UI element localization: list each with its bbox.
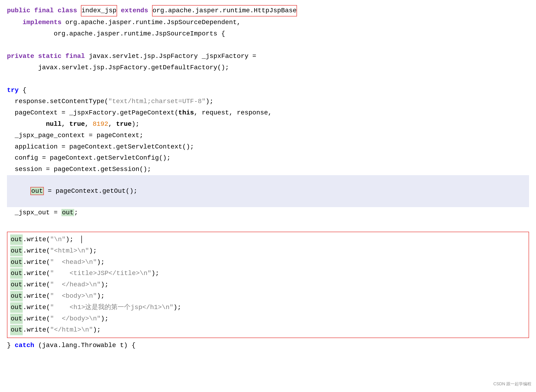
out-highlight-6: out [10,291,23,301]
class-name-index-jsp: index_jsp [81,7,116,14]
out-highlight-5: out [10,280,23,290]
extends-class-name: org.apache.jasper.runtime.HttpJspBase [153,7,297,14]
out-highlight-3: out [10,257,23,268]
out-highlight-2: out [10,246,23,256]
code-text: implements org.apache.jasper.runtime.Jsp… [7,17,241,28]
code-text: .write(" </head>\n"); [23,280,108,290]
code-text: { [19,85,26,96]
keyword-private: private static final [7,51,89,62]
code-text: _jspx_out = out; [7,208,78,218]
code-text-factory: javax.servlet.jsp.JspFactory _jspxFactor… [89,51,256,62]
write-line-8: out.write(" </body>\n"); [10,313,526,325]
code-text: .write("<html>\n"); [23,246,97,256]
out-box: out [30,187,44,195]
keyword-extends: extends [117,5,152,16]
keyword-public-final-class: public final class [7,5,81,16]
code-line-jspx: _jspx_page_context = pageContext; [7,130,529,141]
code-line-params: null, true, 8192, true); [7,119,529,130]
write-line-2: out.write("<html>\n"); [10,245,526,257]
code-line-2: implements org.apache.jasper.runtime.Jsp… [7,17,529,28]
code-text: _jspx_page_context = pageContext; [7,131,143,141]
code-text: config = pageContext.getServletConfig(); [7,153,171,163]
watermark: CSDN 跟一起学编程 [493,381,531,387]
code-text: .write("\n"); [23,234,82,245]
code-line-setcontent: response.setContentType("text/html;chars… [7,96,529,107]
write-line-1: out.write("\n"); [10,234,526,245]
code-text: org.apache.jasper.runtime.JspSourceImpor… [7,29,225,39]
code-text: .write(" <head>\n"); [23,257,104,268]
code-text: application = pageContext.getServletCont… [7,142,194,152]
code-line-catch: } catch (java.lang.Throwable t) { [7,340,529,351]
write-line-6: out.write(" <body>\n"); [10,290,526,302]
code-line-empty-1 [7,39,529,51]
code-line-application: application = pageContext.getServletCont… [7,141,529,153]
code-text: null, true, 8192, true); [7,119,139,130]
code-text: javax.servlet.jsp.JspFactory.getDefaultF… [7,63,229,73]
code-text: out = pageContext.getOut(); [23,187,137,195]
code-line-private: private static final javax.servlet.jsp.J… [7,51,529,62]
code-text: response.setContentType("text/html;chars… [7,96,213,107]
write-line-5: out.write(" </head>\n"); [10,279,526,290]
code-line-empty-2 [7,74,529,85]
code-line-session: session = pageContext.getSession(); [7,164,529,175]
class-name-box: index_jsp [81,5,117,16]
write-line-4: out.write(" <title>JSP</title>\n"); [10,268,526,279]
out-highlight-1: out [10,234,23,245]
code-line-empty-3 [7,219,529,230]
code-text: session = pageContext.getSession(); [7,164,151,175]
code-text: pageContext = _jspxFactory.getPageContex… [7,108,272,118]
code-line-try: try { [7,85,529,96]
out-highlight-9: out [10,325,23,335]
code-text: .write(" <title>JSP</title>\n"); [23,268,159,279]
code-text: .write(" </body>\n"); [23,314,108,324]
code-line-default-factory: javax.servlet.jsp.JspFactory.getDefaultF… [7,62,529,74]
write-line-3: out.write(" <head>\n"); [10,257,526,268]
code-line-jspx-out: _jspx_out = out; [7,207,529,219]
code-text: .write("</html>\n"); [23,325,101,335]
write-line-9: out.write("</html>\n"); [10,324,526,336]
extends-class-box: org.apache.jasper.runtime.HttpJspBase [152,5,297,16]
code-text: .write(" <h1>这是我的第一个jsp</h1>\n"); [23,302,181,313]
code-line-3: org.apache.jasper.runtime.JspSourceImpor… [7,28,529,40]
write-lines-box: out.write("\n"); out.write("<html>\n"); … [7,232,529,338]
out-highlight-7: out [10,302,23,313]
code-line-pagecontext: pageContext = _jspxFactory.getPageContex… [7,107,529,119]
code-line-config: config = pageContext.getServletConfig(); [7,152,529,164]
out-highlight-8: out [10,314,23,324]
out-highlight-4: out [10,268,23,279]
code-line-out-highlighted: out = pageContext.getOut(); [7,175,529,207]
code-text: .write(" <body>\n"); [23,291,104,301]
code-text: } catch (java.lang.Throwable t) { [7,340,136,351]
code-line-1: public final class index_jsp extends org… [7,5,529,17]
write-line-7: out.write(" <h1>这是我的第一个jsp</h1>\n"); [10,302,526,313]
code-container: public final class index_jsp extends org… [7,5,529,351]
keyword-try: try [7,85,19,96]
